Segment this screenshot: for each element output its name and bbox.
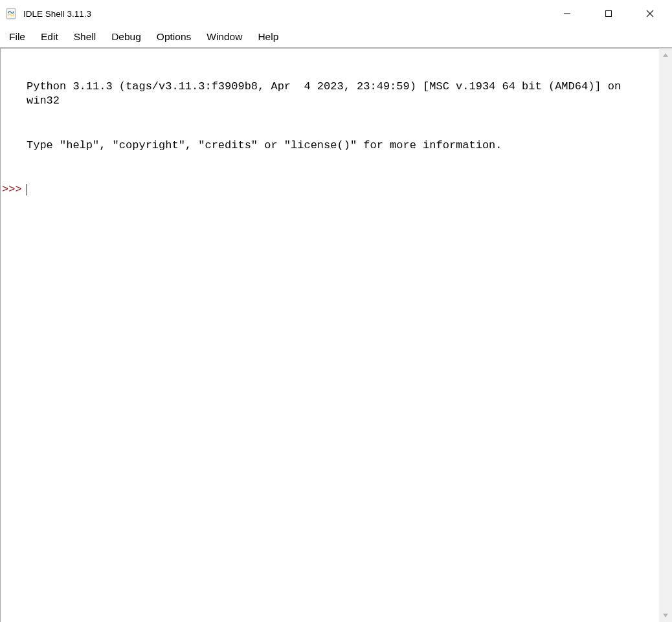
- text-cursor: [27, 184, 27, 195]
- menu-options[interactable]: Options: [149, 28, 199, 45]
- scroll-down-arrow-icon[interactable]: [659, 609, 672, 622]
- scroll-up-arrow-icon[interactable]: [659, 49, 672, 61]
- shell-input-line[interactable]: [27, 183, 659, 197]
- minimize-icon: [563, 10, 571, 17]
- maximize-icon: [605, 10, 612, 17]
- menubar: File Edit Shell Debug Options Window Hel…: [0, 27, 672, 47]
- menu-shell[interactable]: Shell: [66, 28, 104, 45]
- menu-edit[interactable]: Edit: [33, 28, 66, 45]
- gutter-blank: [2, 139, 27, 153]
- shell-text[interactable]: Python 3.11.3 (tags/v3.11.3:f3909b8, Apr…: [0, 48, 659, 622]
- menu-help[interactable]: Help: [250, 28, 286, 45]
- minimize-button[interactable]: [546, 0, 588, 27]
- menu-window[interactable]: Window: [199, 28, 250, 45]
- gutter-blank: [2, 80, 27, 109]
- idle-app-icon: [5, 8, 17, 19]
- vertical-scrollbar[interactable]: [659, 48, 672, 622]
- python-banner-line2: Type "help", "copyright", "credits" or "…: [27, 139, 659, 153]
- python-banner-line1: Python 3.11.3 (tags/v3.11.3:f3909b8, Apr…: [27, 80, 659, 109]
- svg-marker-5: [663, 53, 668, 57]
- titlebar: IDLE Shell 3.11.3: [0, 0, 672, 27]
- menu-debug[interactable]: Debug: [104, 28, 149, 45]
- window-title: IDLE Shell 3.11.3: [23, 9, 546, 19]
- close-button[interactable]: [629, 0, 671, 27]
- close-icon: [646, 10, 654, 17]
- scroll-track[interactable]: [659, 61, 672, 609]
- maximize-button[interactable]: [588, 0, 629, 27]
- svg-marker-6: [663, 614, 668, 617]
- window-controls: [546, 0, 671, 27]
- svg-rect-2: [606, 11, 612, 17]
- shell-area: Python 3.11.3 (tags/v3.11.3:f3909b8, Apr…: [0, 47, 672, 622]
- svg-rect-0: [6, 8, 16, 19]
- shell-prompt: >>>: [2, 183, 27, 197]
- menu-file[interactable]: File: [1, 28, 33, 45]
